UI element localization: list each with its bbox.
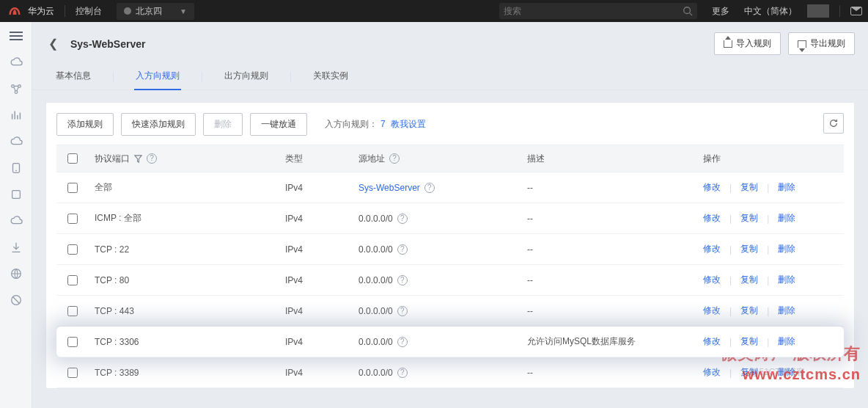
table-row: TCP : 3389IPv40.0.0.0/0 ?--修改|复制|删除 xyxy=(56,357,844,388)
menu-toggle[interactable] xyxy=(10,29,23,43)
delete-link[interactable]: 删除 xyxy=(778,181,795,194)
help-icon[interactable]: ? xyxy=(397,306,408,316)
delete-link[interactable]: 删除 xyxy=(778,366,795,379)
export-icon xyxy=(798,40,806,48)
edit-link[interactable]: 修改 xyxy=(703,335,721,348)
global-search[interactable] xyxy=(499,3,697,19)
help-icon[interactable]: ? xyxy=(147,153,157,164)
language-selector[interactable]: 中文（简体） xyxy=(744,5,797,18)
copy-link[interactable]: 复制 xyxy=(740,366,758,379)
cell-source: 0.0.0.0/0 ? xyxy=(353,214,521,224)
svg-rect-7 xyxy=(12,191,20,199)
rail-item-stop[interactable] xyxy=(10,294,23,307)
row-checkbox[interactable] xyxy=(67,214,78,224)
add-rule-button[interactable]: 添加规则 xyxy=(56,113,114,136)
mail-icon[interactable] xyxy=(850,7,862,15)
cell-desc: -- xyxy=(521,244,697,255)
row-checkbox[interactable] xyxy=(67,244,78,255)
help-icon[interactable]: ? xyxy=(397,244,408,255)
help-icon[interactable]: ? xyxy=(424,183,435,193)
cell-port: ICMP : 全部 xyxy=(89,212,279,225)
side-rail xyxy=(0,22,32,408)
tab-basic-info[interactable]: 基本信息 xyxy=(54,64,92,90)
col-source: 源地址 ? xyxy=(353,153,521,165)
select-all-checkbox[interactable] xyxy=(67,153,78,164)
cell-source: 0.0.0.0/0 ? xyxy=(353,275,521,285)
delete-link[interactable]: 删除 xyxy=(778,305,795,317)
copy-link[interactable]: 复制 xyxy=(740,181,758,194)
copy-link[interactable]: 复制 xyxy=(740,335,758,348)
table-row: 全部IPv4Sys-WebServer ?--修改|复制|删除 xyxy=(56,172,844,203)
edit-link[interactable]: 修改 xyxy=(703,243,721,255)
row-checkbox[interactable] xyxy=(67,337,78,347)
refresh-button[interactable] xyxy=(823,113,844,134)
rules-card: 添加规则 快速添加规则 删除 一键放通 入方向规则：7 教我设置 协议端口 ? xyxy=(45,102,855,389)
rail-item-folder[interactable] xyxy=(10,188,23,201)
tab-outbound-rules[interactable]: 出方向规则 xyxy=(223,64,270,90)
back-button[interactable]: ❮ xyxy=(45,37,60,51)
copy-link[interactable]: 复制 xyxy=(740,243,758,255)
delete-rule-button[interactable]: 删除 xyxy=(203,113,243,136)
search-input[interactable] xyxy=(504,6,683,16)
rail-item-globe[interactable] xyxy=(10,267,23,280)
delete-link[interactable]: 删除 xyxy=(778,335,795,348)
rail-item-cloud3[interactable] xyxy=(10,214,23,227)
table-row: TCP : 3306IPv40.0.0.0/0 ?允许访问MySQL数据库服务修… xyxy=(56,327,844,357)
divider xyxy=(202,72,202,82)
filter-icon[interactable] xyxy=(134,155,142,163)
tab-bar: 基本信息 入方向规则 出方向规则 关联实例 xyxy=(32,61,868,90)
console-link[interactable]: 控制台 xyxy=(76,5,102,18)
delete-link[interactable]: 删除 xyxy=(778,212,795,225)
copy-link[interactable]: 复制 xyxy=(740,305,758,317)
tab-associated-instances[interactable]: 关联实例 xyxy=(312,64,350,90)
row-checkbox[interactable] xyxy=(67,306,78,316)
cell-port: TCP : 3389 xyxy=(89,368,279,378)
more-link[interactable]: 更多 xyxy=(712,5,729,18)
cell-source: 0.0.0.0/0 ? xyxy=(353,306,521,316)
rail-item-deploy[interactable] xyxy=(10,241,23,254)
cell-ops: 修改|复制|删除 xyxy=(697,335,844,348)
tab-inbound-rules[interactable]: 入方向规则 xyxy=(134,64,181,90)
rail-item-cloud[interactable] xyxy=(10,56,23,69)
help-icon[interactable]: ? xyxy=(397,275,408,285)
edit-link[interactable]: 修改 xyxy=(703,366,721,379)
svg-line-1 xyxy=(690,13,693,16)
help-icon[interactable]: ? xyxy=(389,153,400,164)
guide-link[interactable]: 教我设置 xyxy=(391,119,426,129)
quick-add-rule-button[interactable]: 快速添加规则 xyxy=(121,113,196,136)
import-rules-button[interactable]: 导入规则 xyxy=(714,32,781,55)
edit-link[interactable]: 修改 xyxy=(703,212,721,225)
help-icon[interactable]: ? xyxy=(397,337,408,347)
help-icon[interactable]: ? xyxy=(397,214,408,224)
rail-item-cloud2[interactable] xyxy=(10,135,23,148)
table-row: TCP : 443IPv40.0.0.0/0 ?--修改|复制|删除 xyxy=(56,296,844,327)
rail-item-server[interactable] xyxy=(10,161,23,175)
row-checkbox[interactable] xyxy=(67,368,78,378)
cell-ops: 修改|复制|删除 xyxy=(697,305,844,317)
edit-link[interactable]: 修改 xyxy=(703,305,721,317)
rail-item-nodes[interactable] xyxy=(10,82,23,95)
table-row: ICMP : 全部IPv40.0.0.0/0 ?--修改|复制|删除 xyxy=(56,203,844,234)
export-rules-button[interactable]: 导出规则 xyxy=(788,32,855,55)
delete-link[interactable]: 删除 xyxy=(778,274,795,286)
region-selector[interactable]: 北京四 ▼ xyxy=(117,3,194,20)
cell-desc: -- xyxy=(521,275,697,285)
row-checkbox[interactable] xyxy=(67,275,78,285)
copy-link[interactable]: 复制 xyxy=(740,274,758,286)
rail-item-bars[interactable] xyxy=(10,109,23,122)
delete-link[interactable]: 删除 xyxy=(778,243,795,255)
region-label: 北京四 xyxy=(136,5,162,18)
user-avatar[interactable] xyxy=(807,4,829,18)
copy-link[interactable]: 复制 xyxy=(740,212,758,225)
edit-link[interactable]: 修改 xyxy=(703,274,721,286)
edit-link[interactable]: 修改 xyxy=(703,181,721,194)
row-checkbox[interactable] xyxy=(67,183,78,193)
help-icon[interactable]: ? xyxy=(397,368,408,378)
col-desc: 描述 xyxy=(521,153,697,165)
page-header: ❮ Sys-WebServer 导入规则 导出规则 xyxy=(32,22,868,61)
cell-ops: 修改|复制|删除 xyxy=(697,181,844,194)
page-title: Sys-WebServer xyxy=(70,38,145,50)
open-all-button[interactable]: 一键放通 xyxy=(250,113,307,136)
source-link[interactable]: Sys-WebServer xyxy=(358,183,420,193)
cell-type: IPv4 xyxy=(279,214,353,224)
